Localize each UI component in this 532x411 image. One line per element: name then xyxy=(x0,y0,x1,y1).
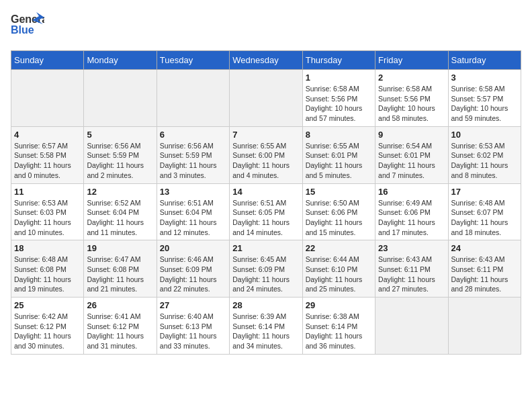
day-info: Sunrise: 6:46 AM Sunset: 6:09 PM Dayligh… xyxy=(160,255,226,294)
header: General Blue xyxy=(11,11,521,44)
day-number: 4 xyxy=(14,130,81,140)
day-info: Sunrise: 6:55 AM Sunset: 6:00 PM Dayligh… xyxy=(232,141,299,181)
calendar-cell: 24Sunrise: 6:43 AM Sunset: 6:11 PM Dayli… xyxy=(448,240,521,298)
calendar-week-row: 11Sunrise: 6:53 AM Sunset: 6:03 PM Dayli… xyxy=(11,183,521,240)
day-number: 6 xyxy=(160,130,226,140)
calendar-cell: 15Sunrise: 6:50 AM Sunset: 6:06 PM Dayli… xyxy=(302,183,375,240)
day-info: Sunrise: 6:44 AM Sunset: 6:10 PM Dayligh… xyxy=(306,255,372,294)
logo-icon: General Blue xyxy=(11,11,44,44)
day-info: Sunrise: 6:58 AM Sunset: 5:57 PM Dayligh… xyxy=(451,84,518,124)
calendar-cell: 23Sunrise: 6:43 AM Sunset: 6:11 PM Dayli… xyxy=(375,240,448,298)
day-info: Sunrise: 6:52 AM Sunset: 6:04 PM Dayligh… xyxy=(87,198,153,238)
day-number: 15 xyxy=(306,187,372,197)
day-number: 29 xyxy=(306,300,372,310)
day-info: Sunrise: 6:58 AM Sunset: 5:56 PM Dayligh… xyxy=(378,84,445,124)
day-number: 11 xyxy=(14,187,81,197)
calendar-cell xyxy=(157,70,229,127)
day-number: 12 xyxy=(87,187,153,197)
calendar-cell: 7Sunrise: 6:55 AM Sunset: 6:00 PM Daylig… xyxy=(230,126,302,183)
day-info: Sunrise: 6:38 AM Sunset: 6:14 PM Dayligh… xyxy=(306,312,372,351)
day-number: 10 xyxy=(451,130,518,140)
calendar-cell: 16Sunrise: 6:49 AM Sunset: 6:06 PM Dayli… xyxy=(375,183,448,240)
calendar-header-row: SundayMondayTuesdayWednesdayThursdayFrid… xyxy=(11,51,521,70)
calendar-cell: 3Sunrise: 6:58 AM Sunset: 5:57 PM Daylig… xyxy=(448,70,521,127)
calendar-cell xyxy=(11,70,84,127)
day-info: Sunrise: 6:53 AM Sunset: 6:03 PM Dayligh… xyxy=(14,198,81,238)
calendar-body: 1Sunrise: 6:58 AM Sunset: 5:56 PM Daylig… xyxy=(11,70,521,355)
day-of-week-header: Friday xyxy=(375,51,448,70)
day-info: Sunrise: 6:40 AM Sunset: 6:13 PM Dayligh… xyxy=(160,312,226,351)
day-number: 8 xyxy=(306,130,372,140)
day-info: Sunrise: 6:48 AM Sunset: 6:08 PM Dayligh… xyxy=(14,255,81,294)
day-info: Sunrise: 6:56 AM Sunset: 5:59 PM Dayligh… xyxy=(87,141,153,181)
day-number: 23 xyxy=(378,243,445,253)
calendar-cell: 5Sunrise: 6:56 AM Sunset: 5:59 PM Daylig… xyxy=(84,126,157,183)
calendar-cell: 8Sunrise: 6:55 AM Sunset: 6:01 PM Daylig… xyxy=(302,126,375,183)
calendar-week-row: 25Sunrise: 6:42 AM Sunset: 6:12 PM Dayli… xyxy=(11,298,521,355)
day-info: Sunrise: 6:45 AM Sunset: 6:09 PM Dayligh… xyxy=(232,255,299,294)
calendar-cell xyxy=(375,298,448,355)
calendar-cell: 17Sunrise: 6:48 AM Sunset: 6:07 PM Dayli… xyxy=(448,183,521,240)
day-number: 2 xyxy=(378,73,445,83)
day-of-week-header: Thursday xyxy=(302,51,375,70)
day-number: 16 xyxy=(378,187,445,197)
calendar-cell: 19Sunrise: 6:47 AM Sunset: 6:08 PM Dayli… xyxy=(84,240,157,298)
day-number: 28 xyxy=(232,300,299,310)
calendar-week-row: 1Sunrise: 6:58 AM Sunset: 5:56 PM Daylig… xyxy=(11,70,521,127)
day-number: 1 xyxy=(306,73,372,83)
day-info: Sunrise: 6:47 AM Sunset: 6:08 PM Dayligh… xyxy=(87,255,153,294)
calendar-week-row: 4Sunrise: 6:57 AM Sunset: 5:58 PM Daylig… xyxy=(11,126,521,183)
calendar-cell: 28Sunrise: 6:39 AM Sunset: 6:14 PM Dayli… xyxy=(230,298,302,355)
logo: General Blue xyxy=(11,11,44,44)
calendar-week-row: 18Sunrise: 6:48 AM Sunset: 6:08 PM Dayli… xyxy=(11,240,521,298)
calendar-cell: 4Sunrise: 6:57 AM Sunset: 5:58 PM Daylig… xyxy=(11,126,84,183)
day-info: Sunrise: 6:56 AM Sunset: 5:59 PM Dayligh… xyxy=(160,141,226,181)
day-number: 25 xyxy=(14,300,81,310)
calendar-cell: 29Sunrise: 6:38 AM Sunset: 6:14 PM Dayli… xyxy=(302,298,375,355)
day-number: 14 xyxy=(232,187,299,197)
day-number: 9 xyxy=(378,130,445,140)
day-number: 5 xyxy=(87,130,153,140)
day-number: 17 xyxy=(451,187,518,197)
day-info: Sunrise: 6:48 AM Sunset: 6:07 PM Dayligh… xyxy=(451,198,518,238)
calendar-cell: 14Sunrise: 6:51 AM Sunset: 6:05 PM Dayli… xyxy=(230,183,302,240)
day-of-week-header: Tuesday xyxy=(157,51,229,70)
day-info: Sunrise: 6:58 AM Sunset: 5:56 PM Dayligh… xyxy=(306,84,372,124)
day-number: 22 xyxy=(306,243,372,253)
calendar-cell: 25Sunrise: 6:42 AM Sunset: 6:12 PM Dayli… xyxy=(11,298,84,355)
day-number: 7 xyxy=(232,130,299,140)
calendar-cell xyxy=(230,70,302,127)
day-number: 20 xyxy=(160,243,226,253)
calendar-cell: 26Sunrise: 6:41 AM Sunset: 6:12 PM Dayli… xyxy=(84,298,157,355)
calendar-cell: 11Sunrise: 6:53 AM Sunset: 6:03 PM Dayli… xyxy=(11,183,84,240)
day-info: Sunrise: 6:49 AM Sunset: 6:06 PM Dayligh… xyxy=(378,198,445,238)
day-info: Sunrise: 6:55 AM Sunset: 6:01 PM Dayligh… xyxy=(306,141,372,181)
day-number: 26 xyxy=(87,300,153,310)
day-info: Sunrise: 6:41 AM Sunset: 6:12 PM Dayligh… xyxy=(87,312,153,351)
calendar-cell: 2Sunrise: 6:58 AM Sunset: 5:56 PM Daylig… xyxy=(375,70,448,127)
day-number: 13 xyxy=(160,187,226,197)
day-info: Sunrise: 6:51 AM Sunset: 6:04 PM Dayligh… xyxy=(160,198,226,238)
day-of-week-header: Saturday xyxy=(448,51,521,70)
day-info: Sunrise: 6:50 AM Sunset: 6:06 PM Dayligh… xyxy=(306,198,372,238)
calendar-cell: 13Sunrise: 6:51 AM Sunset: 6:04 PM Dayli… xyxy=(157,183,229,240)
calendar-cell: 21Sunrise: 6:45 AM Sunset: 6:09 PM Dayli… xyxy=(230,240,302,298)
day-of-week-header: Wednesday xyxy=(230,51,302,70)
day-info: Sunrise: 6:57 AM Sunset: 5:58 PM Dayligh… xyxy=(14,141,81,181)
day-number: 21 xyxy=(232,243,299,253)
day-number: 24 xyxy=(451,243,518,253)
day-number: 3 xyxy=(451,73,518,83)
day-of-week-header: Sunday xyxy=(11,51,84,70)
svg-text:Blue: Blue xyxy=(11,24,34,36)
day-info: Sunrise: 6:42 AM Sunset: 6:12 PM Dayligh… xyxy=(14,312,81,351)
day-info: Sunrise: 6:51 AM Sunset: 6:05 PM Dayligh… xyxy=(232,198,299,238)
day-info: Sunrise: 6:54 AM Sunset: 6:01 PM Dayligh… xyxy=(378,141,445,181)
calendar-cell: 27Sunrise: 6:40 AM Sunset: 6:13 PM Dayli… xyxy=(157,298,229,355)
calendar-cell: 20Sunrise: 6:46 AM Sunset: 6:09 PM Dayli… xyxy=(157,240,229,298)
day-number: 27 xyxy=(160,300,226,310)
calendar-cell xyxy=(448,298,521,355)
day-of-week-header: Monday xyxy=(84,51,157,70)
day-number: 19 xyxy=(87,243,153,253)
day-number: 18 xyxy=(14,243,81,253)
calendar-cell: 10Sunrise: 6:53 AM Sunset: 6:02 PM Dayli… xyxy=(448,126,521,183)
